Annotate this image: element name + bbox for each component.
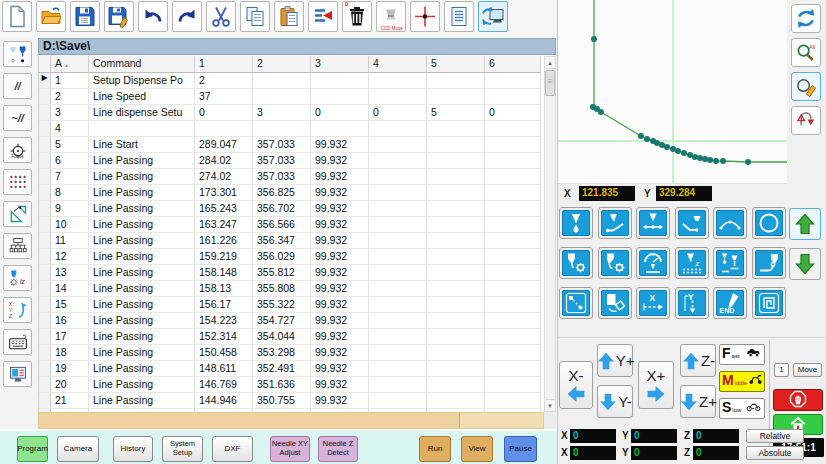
parallel-lines-button[interactable]: // [3,73,32,99]
step-value-field[interactable]: 1 [774,363,789,377]
table-row[interactable]: 2Line Speed37 [39,89,544,105]
row-selector-cell[interactable] [39,217,51,233]
spiral-button[interactable] [752,287,786,319]
crosshair-button[interactable] [410,1,440,32]
x-move-button[interactable]: X [636,287,670,319]
table-row[interactable]: 17Line Passing152.314354.04499.932 [39,329,544,345]
rotate-view-button[interactable] [791,106,821,135]
table-row[interactable]: 21Line Passing144.946350.75599.932 [39,393,544,409]
y-move-button[interactable]: Y [675,287,709,319]
dot-setup-button[interactable] [559,247,593,279]
z-height-button[interactable]: z [675,247,709,279]
column-header-1[interactable]: 1 [195,56,253,73]
dot-dispense-button[interactable] [559,207,593,239]
column-header-2[interactable]: 2 [253,56,311,73]
column-header-command[interactable]: Command [89,56,195,73]
table-row[interactable]: 13Line Passing158.148355.81299.932 [39,265,544,281]
scroll-down-arrow-icon[interactable]: ▼ [545,399,555,411]
line-setup-button[interactable] [598,247,632,279]
absolute-button[interactable]: Absolute [746,446,804,460]
focus-button[interactable]: Focus [3,137,32,163]
speed-slow-button[interactable]: Slow [719,398,765,419]
bottom-needle-z-detect-button[interactable]: Needle Z Detect [318,436,358,462]
scroll-up-arrow-icon[interactable]: ▲ [545,57,555,69]
bottom-view-button[interactable]: View [461,436,493,462]
row-selector-cell[interactable] [39,249,51,265]
table-row[interactable]: 4 [39,121,544,137]
sync-view-button[interactable] [478,1,508,32]
open-folder-button[interactable] [36,1,66,32]
speed-fast-button[interactable]: Fast [719,344,765,365]
table-row[interactable]: 20Line Passing146.769351.63699.932 [39,377,544,393]
paste-button[interactable] [274,1,304,32]
undo-button[interactable] [138,1,168,32]
row-selector-cell[interactable] [39,297,51,313]
table-row[interactable]: 14Line Passing158.13355.80899.932 [39,281,544,297]
bottom-system-setup-button[interactable]: System Setup [162,436,203,462]
set-square-button[interactable] [3,201,32,227]
table-row[interactable]: 11Line Passing161.226356.34799.932 [39,233,544,249]
circle-button[interactable] [752,207,786,239]
column-header-4[interactable]: 4 [369,56,427,73]
row-selector-cell[interactable] [39,137,51,153]
bottom-needle-xy-adjust-button[interactable]: Needle XY Adjust [270,436,310,462]
needle-z-gear-button[interactable]: Iz [3,265,32,291]
ccd-mode-button[interactable]: CCD Mode [376,1,406,32]
move-button[interactable]: Move [793,363,822,377]
row-selector-cell[interactable]: ▶ [39,73,51,89]
table-row[interactable]: 5Line Start289.047357.03399.932 [39,137,544,153]
column-header-a[interactable]: A▴ [51,56,89,73]
column-header-5[interactable]: 5 [427,56,485,73]
table-row[interactable]: 3Line dispense Setu030050 [39,105,544,121]
scroll-thumb[interactable] [545,70,555,96]
row-selector-cell[interactable] [39,153,51,169]
row-selector-cell[interactable] [39,345,51,361]
row-selector-cell[interactable] [39,377,51,393]
xyz-jog-button[interactable]: X:Y:Z: [3,297,32,323]
fill-area-button[interactable] [598,287,632,319]
row-selector-cell[interactable] [39,121,51,137]
tree-view-button[interactable] [3,233,32,259]
program-list-button[interactable] [444,1,474,32]
row-selector-cell[interactable] [39,105,51,121]
row-selector-cell[interactable] [39,89,51,105]
save-as-button[interactable] [104,1,134,32]
bottom-dxf-button[interactable]: DXF [212,436,253,462]
column-header-3[interactable]: 3 [311,56,369,73]
table-row[interactable]: 15Line Passing156.17355.32299.932 [39,297,544,313]
bottom-pause-button[interactable]: Pause [504,436,537,462]
dot-array-button[interactable] [3,169,32,195]
table-row[interactable]: 7Line Passing274.02357.03399.932 [39,169,544,185]
wave-parallel-button[interactable]: ~// [3,105,32,131]
table-row[interactable]: 10Line Passing163.247356.56699.932 [39,217,544,233]
jog-yplus-button[interactable]: Y+ [597,344,633,377]
jog-xminus-button[interactable]: X- [559,361,593,409]
row-selector-cell[interactable] [39,329,51,345]
redo-button[interactable] [172,1,202,32]
table-horizontal-scrollbar[interactable] [38,412,544,429]
relative-button[interactable]: Relative [746,429,804,443]
line-end-button[interactable] [675,207,709,239]
table-row[interactable]: 16Line Passing154.223354.72799.932 [39,313,544,329]
row-selector-cell[interactable] [39,265,51,281]
row-selector-cell[interactable] [39,185,51,201]
column-header-6[interactable]: 6 [485,56,541,73]
end-mark-button[interactable]: END [713,287,747,319]
save-button[interactable] [70,1,100,32]
row-selector-cell[interactable] [39,281,51,297]
path-bar[interactable]: D:\Save\ [38,38,556,55]
step-dispense-button[interactable] [713,247,747,279]
green-up-arrow-button[interactable] [789,208,821,240]
line-start-button[interactable] [598,207,632,239]
table-row[interactable]: 18Line Passing150.458353.29899.932 [39,345,544,361]
screen-view-button[interactable] [3,361,32,387]
path-preview-plot[interactable] [558,0,787,184]
bottom-run-button[interactable]: Run [419,436,451,462]
row-selector-cell[interactable] [39,393,51,409]
table-row[interactable]: ▶1Setup Dispense Po2 [39,73,544,89]
row-selector-cell[interactable] [39,201,51,217]
row-selector-cell[interactable] [39,233,51,249]
jog-zminus-button[interactable]: Z- [680,344,716,377]
table-row[interactable]: 9Line Passing165.243356.70299.932 [39,201,544,217]
needle-offset-button[interactable] [3,41,32,67]
